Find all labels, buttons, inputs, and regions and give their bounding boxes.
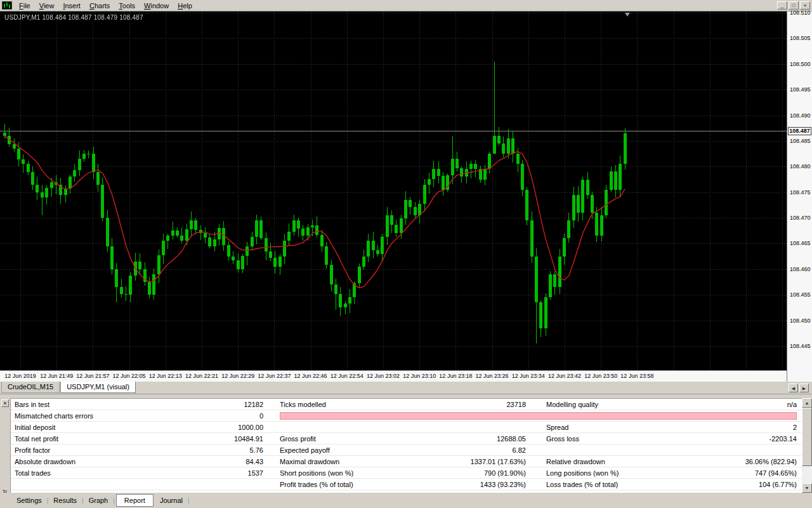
chart-area: USDJPY,M1 108.484 108.487 108.479 108.48… [0, 11, 812, 382]
price-tick-label: 108.500 [790, 61, 811, 67]
report-value: 6.82 [513, 446, 526, 454]
time-tick-label: 12 Jun 21:57 [76, 373, 109, 379]
report-cell-group [11, 479, 271, 490]
close-button[interactable]: × [800, 1, 810, 10]
report-cell-group: Loss trades (% of total)104 (6.77%) [534, 479, 802, 490]
minimize-button[interactable]: _ [777, 1, 787, 10]
price-tick-label: 108.455 [790, 291, 811, 298]
report-value: 10484.91 [234, 435, 263, 443]
chart-tabs-list: CrudeOIL,M15USDJPY,M1 (visual) [1, 382, 136, 393]
price-tick-label: 108.460 [790, 266, 811, 272]
report-value: 12688.05 [497, 435, 526, 443]
report-value: 790 (91.90%) [484, 469, 526, 477]
report-label: Mismatched charts errors [15, 412, 93, 420]
current-price-tag: 108.487 [788, 127, 811, 135]
time-tick-label: 12 Jun 2019 [4, 373, 36, 379]
report-cell-group: Profit factor5.76 [11, 444, 271, 455]
candlestick-chart[interactable] [0, 11, 787, 370]
close-tester-icon[interactable]: × [1, 399, 9, 407]
report-value: 747 (94.65%) [755, 469, 797, 477]
report-cell-group: Initial deposit1000.00 [11, 422, 271, 432]
report-label: Loss trades (% of total) [546, 481, 618, 488]
menu-item-file[interactable]: File [15, 1, 35, 11]
report-label: Profit trades (% of total) [280, 481, 353, 488]
tester-tab-results[interactable]: Results [48, 495, 82, 505]
restore-button[interactable]: □ [789, 1, 799, 10]
price-axis[interactable]: 108.487 108.510108.505108.500108.495108.… [787, 11, 812, 382]
report-row: Total net profit10484.91Gross profit1268… [11, 433, 802, 444]
menu-item-window[interactable]: Window [140, 1, 173, 11]
report-cell-group: Absolute drawdown84.43 [11, 456, 271, 467]
report-row: Initial deposit1000.00Spread2 [11, 422, 802, 433]
tester-title-strip: × Tester [0, 394, 10, 508]
scroll-up-icon[interactable]: ▲ [802, 398, 812, 408]
report-cell-group: Mismatched charts errors0 [11, 410, 271, 421]
report-scrollbar[interactable]: ▲ ▼ [802, 398, 812, 493]
report-label: Ticks modelled [280, 401, 326, 408]
price-tick-label: 108.445 [790, 343, 811, 349]
report-label: Gross loss [546, 435, 579, 443]
report-value: 1000.00 [238, 424, 263, 431]
chart-tab-crudeoil-m15[interactable]: CrudeOIL,M15 [1, 382, 60, 393]
menu-item-help[interactable]: Help [173, 1, 197, 11]
menu-items: FileViewInsertChartsToolsWindowHelp [15, 0, 197, 11]
report-label: Modelling quality [546, 401, 598, 408]
report-value: 1337.01 (17.63%) [471, 458, 526, 465]
report-row: Mismatched charts errors0 [11, 410, 802, 422]
report-label: Spread [546, 424, 568, 431]
report-label: Total trades [15, 469, 51, 477]
tabs-scroll-right-icon[interactable]: ▶ [799, 384, 809, 392]
report-cell-group: Ticks modelled23718 [271, 399, 534, 410]
time-tick-label: 12 Jun 23:42 [548, 373, 581, 379]
report-row: Absolute drawdown84.43Maximal drawdown13… [11, 456, 802, 467]
time-tick-label: 12 Jun 22:29 [221, 373, 254, 379]
tester-panel: × Tester Bars in test12182Ticks modelled… [0, 394, 812, 508]
scroll-thumb[interactable] [802, 408, 812, 466]
report-label: Absolute drawdown [15, 458, 75, 465]
chart-tab-bar: CrudeOIL,M15USDJPY,M1 (visual) ◀ ▶ [0, 382, 812, 394]
report-cell-group: Spread2 [534, 422, 802, 432]
scroll-down-icon[interactable]: ▼ [802, 483, 812, 493]
tester-tab-report[interactable]: Report [116, 494, 154, 507]
report-cell-group: Long positions (won %)747 (94.65%) [534, 467, 802, 478]
time-tick-label: 12 Jun 21:49 [40, 373, 73, 379]
report-value: 1433 (93.23%) [480, 481, 526, 488]
tester-tab-journal[interactable]: Journal [155, 495, 188, 505]
report-cell-group: Total net profit10484.91 [11, 433, 271, 444]
time-tick-label: 12 Jun 23:18 [439, 373, 472, 379]
price-tick-label: 108.450 [790, 318, 811, 324]
chart-tab-scroll: ◀ ▶ [789, 384, 809, 392]
report-cell-group: Expected payoff6.82 [271, 444, 534, 455]
report-cell-group: Total trades1537 [11, 467, 271, 478]
tester-tab-settings[interactable]: Settings [11, 495, 47, 505]
time-tick-label: 12 Jun 22:05 [113, 373, 146, 379]
report-label: Expected payoff [280, 446, 330, 454]
report-value: -2203.14 [769, 435, 797, 443]
tabs-scroll-left-icon[interactable]: ◀ [789, 384, 798, 392]
report-value: 84.43 [246, 458, 263, 465]
price-tick-label: 108.470 [790, 215, 811, 221]
chart-shift-marker[interactable] [625, 13, 630, 17]
report-label: Bars in test [15, 401, 49, 408]
report-value: 12182 [244, 401, 263, 408]
price-tick-label: 108.490 [790, 112, 811, 119]
tester-tab-graph[interactable]: Graph [84, 495, 114, 505]
time-axis[interactable]: 12 Jun 201912 Jun 21:4912 Jun 21:5712 Ju… [0, 370, 787, 382]
report-row: Total trades1537Short positions (won %)7… [11, 467, 802, 479]
report-value: 104 (6.77%) [759, 481, 797, 488]
report-label: Relative drawdown [546, 458, 605, 465]
report-label: Initial deposit [15, 424, 55, 431]
chart-tab-usdjpy-m1-visual-[interactable]: USDJPY,M1 (visual) [60, 382, 136, 393]
report-cell-group: Gross profit12688.05 [271, 433, 534, 444]
chart-window-icon[interactable] [2, 1, 12, 10]
report-value: n/a [787, 401, 797, 408]
menu-item-tools[interactable]: Tools [114, 1, 140, 11]
time-tick-label: 12 Jun 23:02 [367, 373, 400, 379]
menu-item-view[interactable]: View [35, 1, 59, 11]
report-cell-group [271, 422, 534, 432]
report-value: 1537 [248, 469, 263, 477]
menu-item-charts[interactable]: Charts [85, 1, 114, 11]
price-tick-label: 108.510 [790, 10, 811, 16]
report-value: 5.76 [250, 446, 263, 454]
menu-item-insert[interactable]: Insert [58, 1, 85, 11]
